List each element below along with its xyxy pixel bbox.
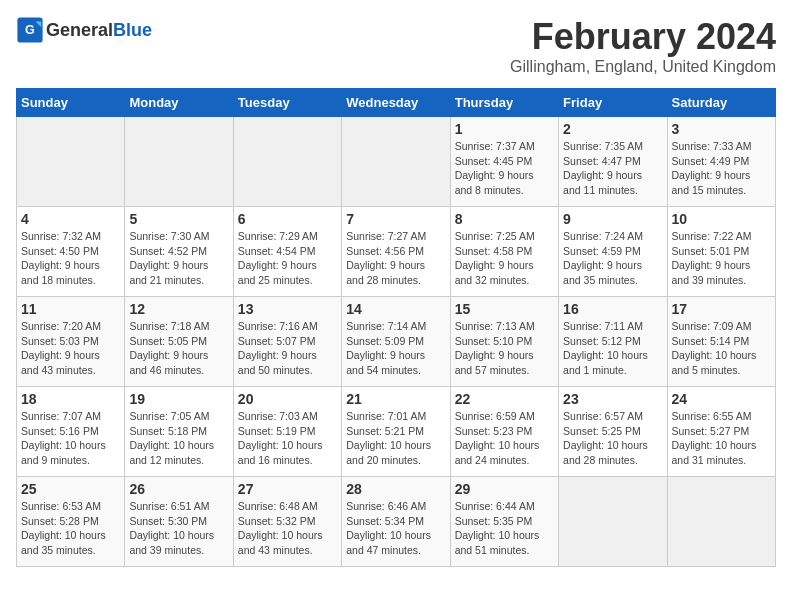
day-number: 19 [129,391,228,407]
day-number: 11 [21,301,120,317]
calendar-week-3: 11Sunrise: 7:20 AMSunset: 5:03 PMDayligh… [17,297,776,387]
calendar-cell: 1Sunrise: 7:37 AMSunset: 4:45 PMDaylight… [450,117,558,207]
day-info: Sunrise: 7:05 AMSunset: 5:18 PMDaylight:… [129,409,228,468]
calendar-cell: 4Sunrise: 7:32 AMSunset: 4:50 PMDaylight… [17,207,125,297]
calendar-body: 1Sunrise: 7:37 AMSunset: 4:45 PMDaylight… [17,117,776,567]
day-number: 18 [21,391,120,407]
day-number: 28 [346,481,445,497]
day-info: Sunrise: 7:25 AMSunset: 4:58 PMDaylight:… [455,229,554,288]
day-number: 7 [346,211,445,227]
day-number: 26 [129,481,228,497]
calendar-cell: 6Sunrise: 7:29 AMSunset: 4:54 PMDaylight… [233,207,341,297]
day-number: 8 [455,211,554,227]
day-info: Sunrise: 7:24 AMSunset: 4:59 PMDaylight:… [563,229,662,288]
day-number: 4 [21,211,120,227]
day-number: 1 [455,121,554,137]
weekday-header-wednesday: Wednesday [342,89,450,117]
day-info: Sunrise: 7:03 AMSunset: 5:19 PMDaylight:… [238,409,337,468]
calendar-cell: 15Sunrise: 7:13 AMSunset: 5:10 PMDayligh… [450,297,558,387]
calendar-header: SundayMondayTuesdayWednesdayThursdayFrid… [17,89,776,117]
calendar-cell: 5Sunrise: 7:30 AMSunset: 4:52 PMDaylight… [125,207,233,297]
calendar-cell [559,477,667,567]
calendar-cell: 14Sunrise: 7:14 AMSunset: 5:09 PMDayligh… [342,297,450,387]
day-number: 13 [238,301,337,317]
calendar-cell: 21Sunrise: 7:01 AMSunset: 5:21 PMDayligh… [342,387,450,477]
day-info: Sunrise: 7:13 AMSunset: 5:10 PMDaylight:… [455,319,554,378]
calendar-cell: 20Sunrise: 7:03 AMSunset: 5:19 PMDayligh… [233,387,341,477]
calendar-cell: 18Sunrise: 7:07 AMSunset: 5:16 PMDayligh… [17,387,125,477]
calendar-cell: 27Sunrise: 6:48 AMSunset: 5:32 PMDayligh… [233,477,341,567]
day-number: 21 [346,391,445,407]
calendar-table: SundayMondayTuesdayWednesdayThursdayFrid… [16,88,776,567]
calendar-cell [233,117,341,207]
day-number: 6 [238,211,337,227]
day-info: Sunrise: 6:53 AMSunset: 5:28 PMDaylight:… [21,499,120,558]
weekday-header-friday: Friday [559,89,667,117]
day-number: 3 [672,121,771,137]
logo-blue-text: Blue [113,20,152,40]
calendar-cell: 10Sunrise: 7:22 AMSunset: 5:01 PMDayligh… [667,207,775,297]
day-info: Sunrise: 6:51 AMSunset: 5:30 PMDaylight:… [129,499,228,558]
calendar-cell: 25Sunrise: 6:53 AMSunset: 5:28 PMDayligh… [17,477,125,567]
day-number: 23 [563,391,662,407]
calendar-cell: 3Sunrise: 7:33 AMSunset: 4:49 PMDaylight… [667,117,775,207]
calendar-cell: 12Sunrise: 7:18 AMSunset: 5:05 PMDayligh… [125,297,233,387]
calendar-cell [125,117,233,207]
day-info: Sunrise: 7:18 AMSunset: 5:05 PMDaylight:… [129,319,228,378]
logo: G GeneralBlue [16,16,152,44]
calendar-cell: 7Sunrise: 7:27 AMSunset: 4:56 PMDaylight… [342,207,450,297]
day-number: 16 [563,301,662,317]
calendar-cell [342,117,450,207]
day-number: 10 [672,211,771,227]
calendar-week-4: 18Sunrise: 7:07 AMSunset: 5:16 PMDayligh… [17,387,776,477]
weekday-header-tuesday: Tuesday [233,89,341,117]
calendar-cell: 16Sunrise: 7:11 AMSunset: 5:12 PMDayligh… [559,297,667,387]
calendar-cell: 22Sunrise: 6:59 AMSunset: 5:23 PMDayligh… [450,387,558,477]
day-info: Sunrise: 7:32 AMSunset: 4:50 PMDaylight:… [21,229,120,288]
svg-text:G: G [25,23,35,37]
calendar-cell [667,477,775,567]
weekday-header-saturday: Saturday [667,89,775,117]
calendar-cell: 11Sunrise: 7:20 AMSunset: 5:03 PMDayligh… [17,297,125,387]
day-info: Sunrise: 6:46 AMSunset: 5:34 PMDaylight:… [346,499,445,558]
day-number: 9 [563,211,662,227]
day-number: 24 [672,391,771,407]
day-number: 29 [455,481,554,497]
calendar-cell: 23Sunrise: 6:57 AMSunset: 5:25 PMDayligh… [559,387,667,477]
day-info: Sunrise: 7:37 AMSunset: 4:45 PMDaylight:… [455,139,554,198]
calendar-title: February 2024 [510,16,776,58]
calendar-cell: 8Sunrise: 7:25 AMSunset: 4:58 PMDaylight… [450,207,558,297]
day-info: Sunrise: 6:57 AMSunset: 5:25 PMDaylight:… [563,409,662,468]
day-number: 5 [129,211,228,227]
calendar-cell: 9Sunrise: 7:24 AMSunset: 4:59 PMDaylight… [559,207,667,297]
calendar-week-2: 4Sunrise: 7:32 AMSunset: 4:50 PMDaylight… [17,207,776,297]
day-info: Sunrise: 7:09 AMSunset: 5:14 PMDaylight:… [672,319,771,378]
day-info: Sunrise: 7:20 AMSunset: 5:03 PMDaylight:… [21,319,120,378]
weekday-header-thursday: Thursday [450,89,558,117]
day-number: 27 [238,481,337,497]
day-info: Sunrise: 7:11 AMSunset: 5:12 PMDaylight:… [563,319,662,378]
day-number: 22 [455,391,554,407]
weekday-row: SundayMondayTuesdayWednesdayThursdayFrid… [17,89,776,117]
calendar-cell [17,117,125,207]
day-info: Sunrise: 7:14 AMSunset: 5:09 PMDaylight:… [346,319,445,378]
calendar-cell: 28Sunrise: 6:46 AMSunset: 5:34 PMDayligh… [342,477,450,567]
day-number: 2 [563,121,662,137]
day-info: Sunrise: 7:16 AMSunset: 5:07 PMDaylight:… [238,319,337,378]
day-info: Sunrise: 7:22 AMSunset: 5:01 PMDaylight:… [672,229,771,288]
day-number: 25 [21,481,120,497]
day-info: Sunrise: 7:27 AMSunset: 4:56 PMDaylight:… [346,229,445,288]
weekday-header-monday: Monday [125,89,233,117]
weekday-header-sunday: Sunday [17,89,125,117]
calendar-cell: 24Sunrise: 6:55 AMSunset: 5:27 PMDayligh… [667,387,775,477]
day-info: Sunrise: 7:01 AMSunset: 5:21 PMDaylight:… [346,409,445,468]
calendar-cell: 29Sunrise: 6:44 AMSunset: 5:35 PMDayligh… [450,477,558,567]
day-info: Sunrise: 6:55 AMSunset: 5:27 PMDaylight:… [672,409,771,468]
day-number: 15 [455,301,554,317]
title-section: February 2024 Gillingham, England, Unite… [510,16,776,76]
day-info: Sunrise: 7:30 AMSunset: 4:52 PMDaylight:… [129,229,228,288]
calendar-cell: 19Sunrise: 7:05 AMSunset: 5:18 PMDayligh… [125,387,233,477]
day-info: Sunrise: 7:29 AMSunset: 4:54 PMDaylight:… [238,229,337,288]
calendar-cell: 2Sunrise: 7:35 AMSunset: 4:47 PMDaylight… [559,117,667,207]
calendar-cell: 26Sunrise: 6:51 AMSunset: 5:30 PMDayligh… [125,477,233,567]
